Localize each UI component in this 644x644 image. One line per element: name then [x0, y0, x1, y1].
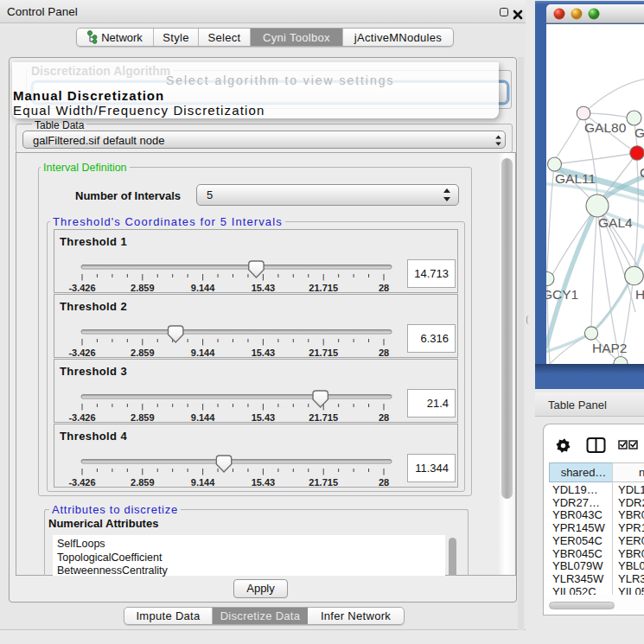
svg-text:21.715: 21.715	[309, 412, 338, 422]
svg-text:GCY1: GCY1	[546, 287, 578, 302]
svg-text:9.144: 9.144	[191, 283, 215, 292]
svg-text:21.715: 21.715	[309, 477, 338, 487]
svg-text:GAL11: GAL11	[555, 171, 596, 186]
svg-text:15.43: 15.43	[252, 283, 276, 292]
svg-text:-3.426: -3.426	[68, 412, 95, 422]
svg-text:21.715: 21.715	[309, 283, 338, 292]
svg-text:28: 28	[379, 348, 389, 357]
svg-text:28: 28	[379, 477, 389, 487]
svg-text:28: 28	[379, 412, 389, 422]
svg-text:2.859: 2.859	[131, 348, 155, 357]
svg-text:GAL80: GAL80	[584, 120, 627, 135]
svg-text:GA: GA	[634, 125, 644, 140]
svg-text:-3.426: -3.426	[68, 283, 95, 292]
svg-text:28: 28	[379, 283, 389, 292]
svg-text:9.144: 9.144	[191, 477, 215, 487]
svg-text:GAL4: GAL4	[598, 215, 633, 230]
svg-text:2.859: 2.859	[131, 412, 155, 422]
svg-text:9.144: 9.144	[191, 348, 215, 357]
svg-text:15.43: 15.43	[252, 477, 276, 487]
svg-text:C: C	[640, 165, 644, 180]
svg-text:HAP2: HAP2	[592, 341, 628, 355]
svg-text:9.144: 9.144	[191, 412, 215, 422]
svg-text:2.859: 2.859	[131, 477, 155, 487]
svg-text:-3.426: -3.426	[68, 477, 95, 487]
svg-text:21.715: 21.715	[309, 348, 338, 357]
svg-text:HA: HA	[635, 287, 644, 302]
svg-text:15.43: 15.43	[252, 412, 276, 422]
svg-text:2.859: 2.859	[131, 283, 155, 292]
svg-text:-3.426: -3.426	[68, 348, 95, 357]
svg-text:15.43: 15.43	[252, 348, 276, 357]
